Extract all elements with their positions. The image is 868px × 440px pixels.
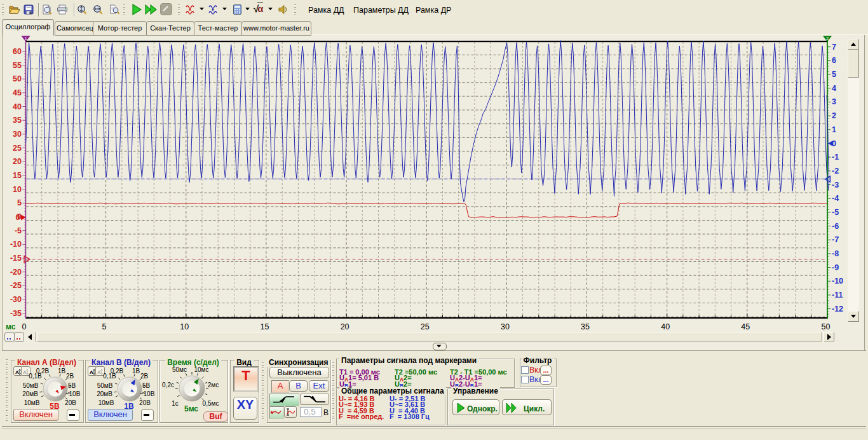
svg-text:10: 10 <box>180 322 189 331</box>
svg-text:3: 3 <box>832 97 836 106</box>
svg-text:5: 5 <box>17 198 22 207</box>
svg-text:-3: -3 <box>832 181 839 189</box>
svg-text:15: 15 <box>13 171 22 180</box>
svg-text:-5: -5 <box>832 208 839 217</box>
svg-text:50: 50 <box>13 74 22 83</box>
svg-text:-4: -4 <box>832 194 839 203</box>
svg-text:25: 25 <box>421 322 430 331</box>
svg-text:45: 45 <box>13 88 22 97</box>
svg-text:A: A <box>23 369 27 375</box>
svg-text:60: 60 <box>13 47 22 56</box>
svg-text:0: 0 <box>16 213 20 222</box>
svg-text:5: 5 <box>102 322 107 331</box>
svg-text:1: 1 <box>832 125 836 134</box>
svg-text:A: A <box>90 369 93 375</box>
svg-text:4: 4 <box>832 84 836 93</box>
svg-text:7: 7 <box>832 43 836 52</box>
svg-text:25: 25 <box>13 144 22 153</box>
svg-text:-12: -12 <box>832 305 843 313</box>
svg-text:-8: -8 <box>832 249 839 258</box>
svg-text:2: 2 <box>832 111 836 120</box>
svg-text:50: 50 <box>822 322 831 331</box>
svg-text:10: 10 <box>13 185 22 194</box>
svg-text:-10: -10 <box>832 277 843 285</box>
svg-text:-15: -15 <box>10 254 22 263</box>
svg-text:A: A <box>15 369 19 375</box>
svg-text:-25: -25 <box>10 281 22 290</box>
svg-text:30: 30 <box>501 322 510 331</box>
svg-text:35: 35 <box>13 116 22 125</box>
svg-text:20: 20 <box>13 157 22 166</box>
svg-text:-1: -1 <box>832 153 839 162</box>
svg-text:мс: мс <box>6 322 16 331</box>
svg-text:30: 30 <box>13 130 22 139</box>
svg-text:2: 2 <box>826 36 829 41</box>
svg-text:45: 45 <box>741 322 750 331</box>
svg-text:-30: -30 <box>10 295 22 304</box>
svg-text:-35: -35 <box>10 309 22 318</box>
svg-text:15: 15 <box>260 322 269 331</box>
svg-text:-5: -5 <box>15 226 22 235</box>
svg-text:35: 35 <box>581 322 590 331</box>
svg-text:40: 40 <box>661 322 670 331</box>
svg-text:-11: -11 <box>832 291 843 299</box>
svg-text:0: 0 <box>22 322 27 331</box>
svg-text:-7: -7 <box>832 235 839 244</box>
svg-text:1: 1 <box>24 36 27 41</box>
svg-text:-6: -6 <box>832 222 839 231</box>
svg-text:6: 6 <box>832 56 836 65</box>
svg-text:-10: -10 <box>10 240 22 249</box>
svg-text:-20: -20 <box>10 268 22 277</box>
svg-text:A: A <box>97 369 101 375</box>
svg-text:5: 5 <box>832 70 836 79</box>
svg-text:55: 55 <box>13 61 22 70</box>
svg-text:-9: -9 <box>832 263 839 272</box>
svg-text:20: 20 <box>341 322 349 331</box>
svg-text:-2: -2 <box>832 167 839 175</box>
svg-text:40: 40 <box>13 102 22 111</box>
